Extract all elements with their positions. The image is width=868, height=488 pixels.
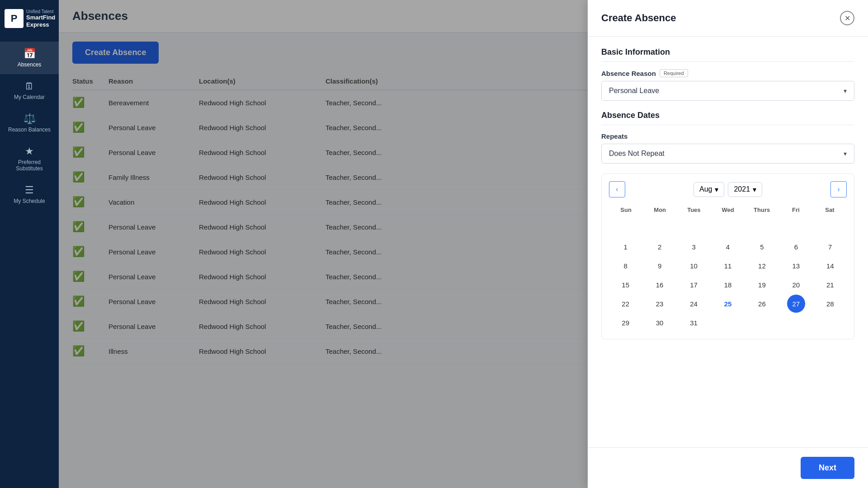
modal-panel: Create Absence ✕ Basic Information Absen…	[588, 0, 868, 488]
repeats-group: Repeats Does Not Repeat ▾	[601, 132, 854, 164]
calendar-days: 1234567891011121314151617181920212223242…	[609, 219, 847, 332]
calendar-day-12[interactable]: 12	[753, 257, 771, 275]
calendar-container: ‹ Aug ▾ 2021 ▾ › Sun Mon Tue	[601, 174, 854, 339]
empty-day	[753, 219, 771, 237]
calendar-day-15[interactable]: 15	[617, 276, 635, 294]
empty-day	[719, 314, 737, 332]
empty-day	[787, 219, 805, 237]
prev-month-button[interactable]: ‹	[609, 181, 625, 197]
brand-name: Unified Talent	[26, 9, 55, 14]
weekday-sun: Sun	[609, 205, 643, 215]
month-select[interactable]: Aug ▾	[693, 182, 724, 197]
calendar-day-24[interactable]: 24	[685, 295, 703, 313]
month-chevron-icon: ▾	[715, 185, 718, 194]
empty-day	[719, 219, 737, 237]
calendar-nav: ‹ Aug ▾ 2021 ▾ ›	[609, 181, 847, 197]
absence-reason-select[interactable]: Personal Leave ▾	[601, 81, 854, 101]
calendar-day-25[interactable]: 25	[719, 295, 737, 313]
weekday-tues: Tues	[677, 205, 711, 215]
calendar-day-7[interactable]: 7	[821, 238, 839, 256]
sidebar: P Unified Talent SmartFind Express 📅 Abs…	[0, 0, 59, 488]
weekday-mon: Mon	[643, 205, 677, 215]
chevron-down-icon: ▾	[844, 150, 847, 157]
calendar-day-31[interactable]: 31	[685, 314, 703, 332]
absences-icon: 📅	[24, 48, 36, 60]
cal-selects: Aug ▾ 2021 ▾	[693, 182, 762, 197]
calendar-day-1[interactable]: 1	[617, 238, 635, 256]
calendar-day-29[interactable]: 29	[617, 314, 635, 332]
empty-day	[787, 314, 805, 332]
calendar-day-13[interactable]: 13	[787, 257, 805, 275]
empty-day	[617, 219, 635, 237]
logo-icon: P	[5, 9, 24, 28]
schedule-icon: ☰	[25, 184, 34, 196]
calendar-year: 2021	[734, 185, 750, 193]
app-logo: P Unified Talent SmartFind Express	[0, 5, 59, 37]
sidebar-item-my-schedule[interactable]: ☰ My Schedule	[0, 178, 59, 211]
empty-day	[821, 314, 839, 332]
calendar-month: Aug	[699, 185, 712, 193]
nav-items: 📅 Absences 🗓 My Calendar ⚖️ Reason Balan…	[0, 42, 59, 211]
balances-icon: ⚖️	[24, 113, 36, 125]
calendar-day-22[interactable]: 22	[617, 295, 635, 313]
calendar-day-6[interactable]: 6	[787, 238, 805, 256]
calendar-day-27[interactable]: 27	[787, 295, 805, 313]
calendar-day-17[interactable]: 17	[685, 276, 703, 294]
calendar-day-18[interactable]: 18	[719, 276, 737, 294]
modal-footer: Next	[588, 447, 868, 488]
year-chevron-icon: ▾	[753, 185, 756, 194]
calendar-day-16[interactable]: 16	[651, 276, 669, 294]
modal-header: Create Absence ✕	[588, 0, 868, 37]
chevron-down-icon: ▾	[844, 87, 847, 94]
absence-dates-section: Absence Dates	[601, 111, 854, 125]
calendar-day-9[interactable]: 9	[651, 257, 669, 275]
calendar-day-30[interactable]: 30	[651, 314, 669, 332]
absence-reason-display[interactable]: Personal Leave ▾	[601, 81, 854, 101]
absence-reason-value: Personal Leave	[609, 87, 659, 95]
absence-reason-label: Absence Reason Required	[601, 69, 854, 77]
sidebar-substitutes-label: Preferred Substitutes	[5, 159, 54, 172]
weekdays-row: Sun Mon Tues Wed Thurs Fri Sat	[609, 205, 847, 215]
weekday-sat: Sat	[813, 205, 847, 215]
weekday-fri: Fri	[779, 205, 813, 215]
sidebar-calendar-label: My Calendar	[14, 94, 45, 100]
calendar-day-8[interactable]: 8	[617, 257, 635, 275]
repeats-label: Repeats	[601, 132, 854, 140]
sidebar-item-preferred-substitutes[interactable]: ★ Preferred Substitutes	[0, 139, 59, 178]
calendar-day-4[interactable]: 4	[719, 238, 737, 256]
repeats-display[interactable]: Does Not Repeat ▾	[601, 144, 854, 164]
weekday-wed: Wed	[711, 205, 745, 215]
calendar-day-3[interactable]: 3	[685, 238, 703, 256]
repeats-select[interactable]: Does Not Repeat ▾	[601, 144, 854, 164]
star-icon: ★	[25, 145, 34, 157]
repeats-value: Does Not Repeat	[609, 150, 665, 158]
calendar-day-21[interactable]: 21	[821, 276, 839, 294]
calendar-day-26[interactable]: 26	[753, 295, 771, 313]
calendar-day-23[interactable]: 23	[651, 295, 669, 313]
calendar-day-5[interactable]: 5	[753, 238, 771, 256]
calendar-day-10[interactable]: 10	[685, 257, 703, 275]
sidebar-item-my-calendar[interactable]: 🗓 My Calendar	[0, 74, 59, 107]
sidebar-absences-label: Absences	[18, 61, 42, 68]
empty-day	[651, 219, 669, 237]
empty-day	[753, 314, 771, 332]
required-badge: Required	[660, 69, 688, 77]
sidebar-item-reason-balances[interactable]: ⚖️ Reason Balances	[0, 107, 59, 139]
close-button[interactable]: ✕	[840, 11, 854, 25]
calendar-day-19[interactable]: 19	[753, 276, 771, 294]
calendar-day-11[interactable]: 11	[719, 257, 737, 275]
absence-reason-group: Absence Reason Required Personal Leave ▾	[601, 69, 854, 101]
sidebar-item-absences[interactable]: 📅 Absences	[0, 42, 59, 74]
calendar-day-14[interactable]: 14	[821, 257, 839, 275]
calendar-grid: Sun Mon Tues Wed Thurs Fri Sat 123456789…	[609, 205, 847, 332]
empty-day	[821, 219, 839, 237]
year-select[interactable]: 2021 ▾	[728, 182, 762, 197]
calendar-day-28[interactable]: 28	[821, 295, 839, 313]
calendar-icon: 🗓	[24, 80, 34, 92]
calendar-day-2[interactable]: 2	[651, 238, 669, 256]
basic-info-section: Basic Information	[601, 47, 854, 62]
empty-day	[685, 219, 703, 237]
next-button[interactable]: Next	[801, 457, 854, 479]
next-month-button[interactable]: ›	[830, 181, 847, 197]
calendar-day-20[interactable]: 20	[787, 276, 805, 294]
